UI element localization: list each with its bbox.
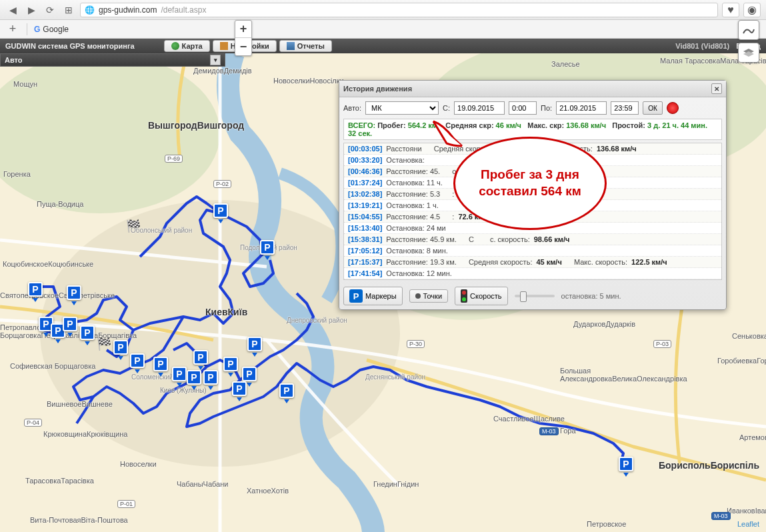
history-row[interactable]: [17:05:12] Остановка: 8 мин.: [344, 245, 721, 257]
points-button[interactable]: Точки: [409, 289, 448, 303]
city-artemovka: Артемовка: [739, 433, 766, 441]
city-pushcha: Пуща-Водица: [37, 200, 83, 208]
city-gora: Гора: [560, 427, 576, 435]
parking-marker[interactable]: P: [279, 383, 294, 401]
url-domain: gps-gudwin.com: [99, 5, 157, 15]
road-p02: P-02: [213, 180, 231, 188]
google-bookmark[interactable]: G Google: [34, 25, 69, 34]
ok-button[interactable]: ОК: [643, 101, 663, 115]
district-desn: Деснянський район: [365, 373, 425, 381]
parking-marker[interactable]: P: [187, 370, 201, 387]
road-m03: M-03: [539, 427, 559, 435]
app-header: GUDWIN система GPS мониторинга Карта Нас…: [0, 39, 766, 53]
parking-marker[interactable]: P: [232, 381, 247, 399]
url-bar[interactable]: 🌐 gps-gudwin.com/default.aspx: [80, 3, 718, 17]
user-info: Vid801 (Vid801): [675, 42, 729, 50]
globe-icon: 🌐: [85, 5, 95, 15]
chevron-down-icon[interactable]: ▾: [210, 55, 221, 65]
zoom-in-button[interactable]: +: [235, 21, 251, 38]
markers-button[interactable]: PМаркеры: [343, 287, 403, 305]
favorite-button[interactable]: ♥: [722, 3, 739, 17]
parking-marker[interactable]: P: [619, 457, 633, 474]
from-date-input[interactable]: [454, 101, 505, 115]
parking-marker[interactable]: P: [193, 350, 208, 367]
to-date-input[interactable]: [556, 101, 607, 115]
city-chabany: ЧабаныЧабани: [177, 480, 228, 488]
parking-marker[interactable]: P: [28, 282, 43, 299]
url-path: /default.aspx: [161, 5, 206, 15]
parking-marker[interactable]: P: [113, 340, 128, 357]
history-row[interactable]: [17:41:54] Остановка: 12 мин.: [344, 268, 721, 279]
city-kotsyub: КоцюбинскоеКоцюбинське: [3, 260, 93, 268]
city-bolshaya: БольшаяАлександровкаВеликаОлександрівка: [560, 367, 687, 383]
close-button[interactable]: ✕: [711, 83, 722, 94]
profile-button[interactable]: ◉: [743, 3, 761, 17]
city-gnedin: ГнединГнідин: [373, 480, 419, 488]
city-kiev: КиевКиїв: [205, 307, 247, 317]
zoom-out-button[interactable]: −: [235, 38, 251, 55]
sidebar-auto-header[interactable]: Авто ▾: [0, 53, 225, 67]
history-row[interactable]: [17:15:37] Расстояние: 19.3 км. Средняя …: [344, 257, 721, 268]
layers-button[interactable]: [738, 43, 759, 63]
routes-layer-button[interactable]: [738, 20, 759, 40]
apps-button[interactable]: ⊞: [61, 3, 76, 17]
parking-marker[interactable]: P: [63, 317, 77, 334]
parking-marker[interactable]: P: [80, 325, 95, 343]
city-vita: Вита-ПочтоваяВіта-Поштова: [30, 516, 128, 524]
to-time-input[interactable]: [611, 101, 639, 115]
new-tab-button[interactable]: +: [5, 22, 20, 36]
parking-marker[interactable]: P: [153, 357, 168, 374]
city-tarasovka: ТарасовкаТарасівка: [25, 477, 94, 485]
city-hatnoe: ХатноеХотів: [247, 487, 289, 495]
stop-slider[interactable]: [515, 295, 555, 297]
reload-button[interactable]: ⟳: [43, 3, 57, 17]
speed-button[interactable]: Скорость: [455, 287, 508, 305]
history-row[interactable]: [15:38:31] Расстояние: 45.9 км. С с. ско…: [344, 234, 721, 245]
parking-marker[interactable]: P: [260, 240, 275, 257]
city-schastlivoe: СчастливоеЩасливе: [493, 415, 565, 423]
city-moshchun: Мощун: [13, 80, 37, 88]
city-ivankov: ИванковІванків: [727, 507, 766, 515]
parking-icon: P: [349, 289, 363, 303]
parking-marker[interactable]: P: [130, 353, 145, 371]
back-button[interactable]: ◀: [5, 3, 20, 17]
flag-marker[interactable]: 🏁: [126, 219, 139, 232]
city-gorobievka: ГоробиевкаГоробіївка: [717, 357, 766, 365]
parking-marker[interactable]: P: [247, 337, 262, 354]
stop-button[interactable]: [667, 102, 679, 114]
city-novosel: Новоселки: [120, 460, 157, 468]
annotation-callout: Пробег за 3 дня составил 564 км: [453, 137, 607, 230]
city-gorenka: Горенка: [3, 170, 31, 178]
tab-map[interactable]: Карта: [164, 40, 210, 52]
auto-select[interactable]: МК: [365, 101, 439, 115]
road-m03b: M-03: [711, 512, 731, 520]
panel-footer: PМаркеры Точки Скорость остановка: 5 мин…: [339, 283, 726, 309]
panel-title-bar[interactable]: История движения ✕: [339, 81, 726, 97]
dot-icon: [415, 293, 421, 299]
road-p03: P-03: [653, 340, 671, 348]
flag-marker[interactable]: 🏁: [97, 337, 110, 350]
parking-marker[interactable]: P: [67, 285, 81, 303]
globe-icon: [171, 42, 179, 50]
google-icon: G: [34, 25, 40, 34]
label-zhulyany: Киев (Жуляны): [160, 387, 207, 394]
report-icon: [287, 42, 295, 50]
road-p30: Р-30: [407, 340, 425, 348]
parking-marker[interactable]: P: [223, 357, 238, 374]
road-p04: P-04: [24, 419, 42, 427]
parking-marker[interactable]: P: [172, 367, 187, 384]
leaflet-attribution[interactable]: Leaflet: [737, 520, 759, 528]
parking-marker[interactable]: P: [203, 370, 218, 387]
to-label: По:: [541, 104, 552, 112]
city-sen: Сеньковка: [732, 332, 766, 340]
forward-button[interactable]: ▶: [24, 3, 39, 17]
stop-label: остановка: 5 мин.: [561, 292, 621, 300]
from-time-input[interactable]: [509, 101, 537, 115]
app-title: GUDWIN система GPS мониторинга: [5, 42, 135, 50]
city-vyshgorod: ВышгородВишгород: [148, 120, 244, 131]
tab-reports[interactable]: Отчеты: [279, 40, 332, 52]
parking-marker[interactable]: P: [213, 203, 228, 221]
tools-icon: [220, 42, 228, 50]
browser-subbar: + G Google: [0, 20, 766, 39]
divider: [27, 23, 27, 35]
